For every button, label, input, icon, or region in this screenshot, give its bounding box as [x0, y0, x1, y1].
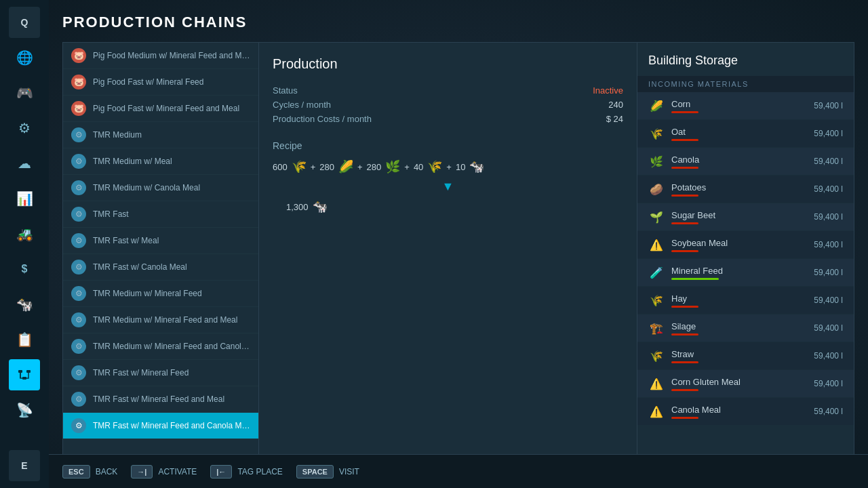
storage-item-bar-5	[671, 250, 698, 252]
cycles-row: Cycles / month 240	[273, 100, 623, 110]
chain-label-8: TMR Fast w/ Meal	[93, 236, 159, 245]
costs-row: Production Costs / month $ 24	[273, 114, 623, 124]
money-icon[interactable]: $	[9, 253, 40, 285]
storage-item-info-4: Sugar Beet	[671, 210, 807, 224]
chain-label-13: TMR Fast w/ Mineral Feed	[93, 368, 189, 378]
production-panel: Production Status Inactive Cycles / mont…	[259, 42, 637, 474]
chain-icon-10: ⚙	[71, 286, 86, 301]
chain-item-7[interactable]: ⚙TMR Fast	[63, 201, 258, 228]
storage-item-name-9: Straw	[671, 349, 807, 359]
storage-item-value-5: 59,400 l	[814, 240, 843, 249]
storage-item-icon-9: 🌾	[648, 348, 665, 364]
bottom-bar: ESC BACK →| ACTIVATE |← TAG PLACE SPACE …	[49, 454, 868, 488]
storage-item-6: 🧪Mineral Feed59,400 l	[637, 259, 854, 287]
visit-button[interactable]: SPACE VISIT	[296, 465, 359, 479]
storage-item-info-0: Corn	[671, 99, 807, 113]
chain-icon-13: ⚙	[71, 365, 86, 380]
chain-label-3: Pig Food Fast w/ Mineral Feed and Meal	[93, 104, 239, 113]
storage-item-name-11: Canola Meal	[671, 405, 807, 415]
chain-item-13[interactable]: ⚙TMR Fast w/ Mineral Feed	[63, 360, 258, 386]
ingredient-icon-5: 🐄	[469, 159, 484, 174]
chain-item-1[interactable]: 🐷Pig Food Medium w/ Mineral Feed and Mea…	[63, 43, 258, 69]
storage-item-icon-10: ⚠️	[648, 375, 665, 392]
storage-item-name-3: Potatoes	[671, 182, 807, 192]
storage-item-info-8: Silage	[671, 321, 807, 336]
activate-key: →|	[131, 465, 153, 479]
settings-icon[interactable]: ⚙	[9, 113, 40, 144]
ingredient-icon-2: 🌽	[338, 159, 353, 174]
chain-item-9[interactable]: ⚙TMR Fast w/ Canola Meal	[63, 254, 258, 281]
chain-icon-4: ⚙	[71, 127, 86, 142]
ingredient-amount-1: 600	[273, 162, 288, 172]
chain-item-10[interactable]: ⚙TMR Medium w/ Mineral Feed	[63, 281, 258, 307]
cycles-label: Cycles / month	[273, 100, 331, 110]
svg-rect-0	[18, 370, 22, 373]
costs-value: $ 24	[606, 114, 623, 124]
storage-item-info-7: Hay	[671, 293, 807, 308]
ingredient-amount-2: 280	[319, 162, 334, 172]
plus-3: +	[404, 162, 410, 172]
storage-item-info-1: Oat	[671, 127, 807, 141]
market-icon[interactable]: 📡	[9, 394, 40, 426]
chain-label-4: TMR Medium	[93, 130, 142, 140]
storage-title: Building Storage	[637, 43, 854, 76]
storage-item-bar-3	[671, 195, 698, 197]
storage-item-4: 🌱Sugar Beet59,400 l	[637, 203, 854, 231]
tag-place-button[interactable]: |← TAG PLACE	[210, 465, 283, 479]
steering-icon[interactable]: 🎮	[9, 77, 40, 108]
recipe-title: Recipe	[273, 140, 623, 151]
storage-item-value-7: 59,400 l	[814, 296, 843, 305]
storage-item-1: 🌾Oat59,400 l	[637, 120, 854, 148]
chain-item-6[interactable]: ⚙TMR Medium w/ Canola Meal	[63, 175, 258, 201]
chains-panel: 🐷Pig Food Medium w/ Mineral Feed and Mea…	[62, 42, 259, 474]
page-title: PRODUCTION CHAINS	[62, 14, 854, 31]
storage-item-name-0: Corn	[671, 99, 807, 109]
tractor-icon[interactable]: 🚜	[9, 218, 40, 249]
chain-item-8[interactable]: ⚙TMR Fast w/ Meal	[63, 228, 258, 254]
chain-item-14[interactable]: ⚙TMR Fast w/ Mineral Feed and Meal	[63, 386, 258, 413]
chain-label-7: TMR Fast	[93, 209, 129, 219]
ingredient-icon-1: 🌾	[292, 159, 307, 174]
book-icon[interactable]: 📋	[9, 324, 40, 355]
chain-item-15[interactable]: ⚙TMR Fast w/ Mineral Feed and Canola Mea…	[63, 413, 258, 439]
globe-icon[interactable]: 🌐	[9, 42, 40, 73]
storage-item-icon-8: 🏗️	[648, 320, 665, 336]
chain-item-3[interactable]: 🐷Pig Food Fast w/ Mineral Feed and Meal	[63, 96, 258, 122]
chain-label-12: TMR Medium w/ Mineral Feed and Canola M	[93, 342, 250, 351]
storage-item-icon-11: ⚠️	[648, 403, 665, 420]
chain-item-4[interactable]: ⚙TMR Medium	[63, 122, 258, 148]
chain-item-11[interactable]: ⚙TMR Medium w/ Mineral Feed and Meal	[63, 307, 258, 333]
chain-icon-9: ⚙	[71, 260, 86, 274]
status-label: Status	[273, 85, 298, 96]
sidebar: Q 🌐 🎮 ⚙ ☁ 📊 🚜 $ 🐄 📋 📡 E	[0, 0, 49, 488]
activate-label: ACTIVATE	[158, 467, 197, 476]
back-button[interactable]: ESC BACK	[62, 465, 117, 479]
storage-item-value-0: 59,400 l	[814, 101, 843, 110]
storage-panel: Building Storage INCOMING MATERIALS 🌽Cor…	[637, 42, 854, 474]
storage-item-value-6: 59,400 l	[814, 268, 843, 277]
storage-item-bar-2	[671, 167, 698, 169]
storage-item-7: 🌾Hay59,400 l	[637, 287, 854, 314]
chain-item-12[interactable]: ⚙TMR Medium w/ Mineral Feed and Canola M	[63, 333, 258, 360]
plus-1: +	[311, 162, 316, 172]
storage-item-info-11: Canola Meal	[671, 405, 807, 419]
content-panels: 🐷Pig Food Medium w/ Mineral Feed and Mea…	[62, 42, 854, 474]
storage-item-8: 🏗️Silage59,400 l	[637, 314, 854, 342]
storage-item-name-4: Sugar Beet	[671, 210, 807, 220]
q-key-icon[interactable]: Q	[9, 7, 40, 38]
storage-item-info-2: Canola	[671, 155, 807, 169]
ingredient-icon-3: 🌿	[385, 159, 400, 174]
costs-label: Production Costs / month	[273, 114, 372, 124]
storage-item-value-9: 59,400 l	[814, 351, 843, 361]
animal-icon[interactable]: 🐄	[9, 289, 40, 320]
chain-label-14: TMR Fast w/ Mineral Feed and Meal	[93, 394, 224, 404]
activate-button[interactable]: →| ACTIVATE	[131, 465, 197, 479]
production-chain-icon[interactable]	[9, 359, 40, 390]
chart-icon[interactable]: 📊	[9, 183, 40, 214]
e-key-icon[interactable]: E	[9, 450, 40, 481]
weather-icon[interactable]: ☁	[9, 148, 40, 179]
chain-item-2[interactable]: 🐷Pig Food Fast w/ Mineral Feed	[63, 69, 258, 96]
chain-item-5[interactable]: ⚙TMR Medium w/ Meal	[63, 148, 258, 175]
main-content: PRODUCTION CHAINS 🐷Pig Food Medium w/ Mi…	[49, 0, 868, 488]
storage-items-list: 🌽Corn59,400 l🌾Oat59,400 l🌿Canola59,400 l…	[637, 92, 854, 458]
